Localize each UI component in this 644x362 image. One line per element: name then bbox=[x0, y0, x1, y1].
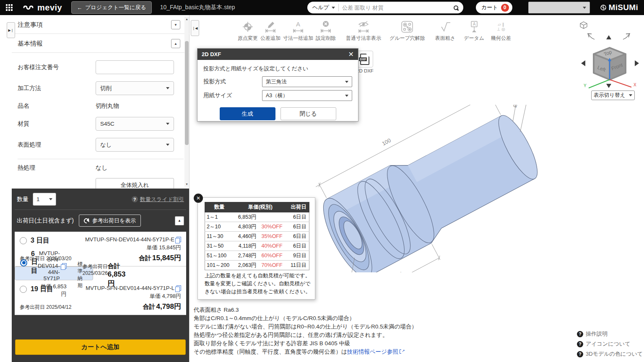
ship-option-6days[interactable]: 6 日目 MVTUP-SFN-DEV014-44N-5Y71P 単価 6,853… bbox=[15, 266, 93, 280]
dxf-file-icon: DXF bbox=[356, 51, 373, 67]
scrollbar-thumb[interactable] bbox=[185, 41, 189, 145]
basic-collapse-button[interactable]: ▲ bbox=[171, 39, 180, 48]
question-icon: ? bbox=[132, 196, 138, 202]
total-label: 合計 bbox=[108, 262, 120, 269]
panel-scrollbar[interactable]: ▲ ▼ bbox=[184, 17, 189, 187]
tool-datum[interactable]: A データム bbox=[462, 19, 486, 42]
tool-group-hole-release[interactable]: グループ穴解除 bbox=[388, 19, 426, 42]
qty-cell: 1～1 bbox=[205, 212, 234, 222]
panel-collapse-tab[interactable]: ❘◀ bbox=[191, 20, 199, 36]
ship-days: 6 日目 bbox=[31, 250, 38, 275]
ship-collapse-button[interactable]: ▲ bbox=[175, 216, 184, 225]
dxf-2d-button[interactable]: DXF 2D DXF bbox=[356, 51, 374, 75]
scroll-up-icon[interactable]: ▲ bbox=[184, 17, 189, 22]
view-cube-widget: Top Left Front Y X 表示切り替え bbox=[579, 20, 641, 116]
reference-ship-date-button[interactable]: 参考出荷日を表示 bbox=[79, 215, 141, 227]
tech-info-link[interactable]: 技術情報ページ参照 bbox=[347, 349, 398, 355]
view-cube-canvas[interactable]: Top Left Front Y X bbox=[579, 20, 641, 89]
tool-setting-delete[interactable]: 設定削除 bbox=[314, 19, 337, 42]
copy-icon[interactable] bbox=[177, 285, 181, 291]
heat-full-button[interactable]: 全体焼入れ bbox=[96, 178, 174, 189]
model-3d-viewport[interactable]: 100 42.55 Ø50 Ø30 Ø36 Ø25 bbox=[310, 105, 570, 272]
panel-expand-tab[interactable]: ▶❘ bbox=[7, 22, 15, 38]
tool-origin-change[interactable]: 原点変更 bbox=[236, 19, 259, 42]
search-input[interactable] bbox=[342, 5, 450, 11]
copy-icon[interactable] bbox=[177, 237, 181, 242]
rotate-left-arrow[interactable] bbox=[581, 60, 585, 66]
notes-collapse-button[interactable]: ▼ bbox=[171, 20, 180, 29]
tool-surface-roughness[interactable]: 表面粗さ bbox=[434, 19, 457, 42]
qty-cell: 31～50 bbox=[205, 241, 234, 251]
tooltip-close-icon[interactable]: ✕ bbox=[194, 194, 203, 203]
unit-price-value: 4,798円 bbox=[162, 293, 181, 299]
help-link-model-colors[interactable]: ? 3Dモデルの色について bbox=[577, 350, 643, 358]
section-divider bbox=[18, 159, 184, 159]
radio-button-selected[interactable] bbox=[20, 259, 27, 266]
projection-value: 第三角法 bbox=[266, 78, 287, 85]
axis-y-label: Y bbox=[584, 83, 587, 88]
rotate-up-arrow[interactable] bbox=[606, 35, 611, 39]
axis-x-label: X bbox=[634, 83, 636, 87]
scroll-down-icon[interactable]: ▼ bbox=[184, 182, 189, 187]
question-icon: ? bbox=[577, 341, 583, 347]
order-number-row: お客様注文番号 bbox=[12, 58, 190, 76]
day-cell: 11日目 bbox=[287, 261, 309, 270]
rotate-left-icon[interactable] bbox=[588, 34, 595, 39]
table-row: 2～10 4,803円 30%OFF 6日目 bbox=[205, 222, 309, 232]
help-link-icons[interactable]: ? アイコンについて bbox=[577, 340, 643, 348]
rotate-right-arrow[interactable] bbox=[635, 60, 639, 66]
tool-normal-dimension-hide[interactable]: 普通寸法非表示 bbox=[345, 19, 382, 42]
top-bar: meviy ← プロジェクト一覧に戻る 10_FAtp_basic丸物基本.st… bbox=[0, 0, 644, 15]
projection-select[interactable]: 第三角法 bbox=[262, 76, 352, 87]
method-select[interactable]: 切削 bbox=[96, 81, 174, 95]
projection-row: 投影方式 第三角法 bbox=[197, 73, 358, 87]
close-icon[interactable]: ✕ bbox=[348, 51, 354, 58]
svg-text:A: A bbox=[296, 21, 300, 28]
app-grid-menu-icon[interactable] bbox=[6, 4, 13, 11]
cart-label: カート bbox=[481, 4, 498, 11]
quantity-value: 1 bbox=[36, 196, 40, 202]
part-number: MVTUP-SFN-DEV014-44N-5Y71P-L bbox=[86, 285, 174, 291]
tool-geometric-tolerance[interactable]: ▱ ∥⊥ ◎ 幾何公差 bbox=[490, 19, 512, 42]
tool-tolerance-add[interactable]: 公差追加 bbox=[259, 19, 282, 42]
basic-section-header: 基本情報 ▲ bbox=[12, 34, 190, 53]
add-to-cart-button[interactable]: カートへ追加 bbox=[15, 339, 186, 355]
view-switch-button[interactable]: 表示切り替え bbox=[591, 90, 635, 100]
material-select[interactable]: S45C bbox=[96, 117, 174, 131]
header-dropdown[interactable] bbox=[528, 2, 590, 13]
home-view-icon[interactable] bbox=[580, 22, 587, 28]
external-link-icon bbox=[400, 349, 404, 354]
dxf-2d-label: 2D DXF bbox=[356, 68, 374, 73]
cart-button[interactable]: カート 0 bbox=[476, 2, 512, 13]
surface-select[interactable]: なし bbox=[96, 138, 174, 152]
dialog-close-button[interactable]: 閉じる bbox=[280, 107, 336, 120]
help-link-operation[interactable]: ? 操作説明 bbox=[577, 330, 643, 338]
rotate-right-icon[interactable] bbox=[623, 34, 630, 39]
note-line: 角部はC/R0.1～0.4mmの仕上がり（モデルC/R0.5未満の場合） bbox=[194, 314, 417, 323]
back-to-project-list-button[interactable]: ← プロジェクト一覧に戻る bbox=[71, 1, 151, 14]
customer-order-number-input[interactable] bbox=[96, 60, 174, 74]
ship-days: 3 日目 bbox=[31, 236, 49, 245]
search-icon[interactable] bbox=[454, 5, 458, 10]
ref-date-value: 2025/04/12 bbox=[46, 304, 71, 310]
dialog-header[interactable]: 2D DXF ✕ bbox=[197, 49, 358, 60]
help-scope-dropdown[interactable]: ヘルプ bbox=[312, 4, 335, 11]
cart-count-badge: 0 bbox=[501, 4, 509, 12]
note-line: 熱処理かつ径公差指定がある円筒隅部には、任意の逃げ溝が設定されます。 bbox=[194, 331, 417, 339]
ship-date-row: 出荷日(土日祝含まず) 参考出荷日を表示 ▲ bbox=[15, 210, 186, 231]
paper-size-select[interactable]: A3（横） bbox=[262, 90, 352, 101]
radio-button[interactable] bbox=[20, 237, 27, 244]
reference-ship-date-label: 参考出荷日を表示 bbox=[92, 217, 136, 225]
quantity-discount-link[interactable]: ? 数量スライド割引 bbox=[132, 196, 184, 203]
discount-cell: 35%OFF bbox=[260, 232, 287, 241]
rotate-down-arrow[interactable] bbox=[606, 84, 611, 88]
price-tier-tooltip: ✕ 数量 単価(税別) 出荷日 1～1 6,853円 6日目 bbox=[194, 194, 316, 300]
generate-button[interactable]: 生成 bbox=[220, 107, 275, 120]
radio-button[interactable] bbox=[20, 286, 27, 293]
quantity-select[interactable]: 1 bbox=[33, 193, 56, 206]
day-cell: 6日目 bbox=[287, 222, 309, 232]
ship-option-19days[interactable]: 19 日目 MVTUP-SFN-DEV014-44N-5Y71P-L 単価 4,… bbox=[15, 280, 186, 315]
tool-dimension-batch-add[interactable]: A 寸法一括追加 bbox=[282, 19, 314, 42]
copy-icon[interactable] bbox=[62, 263, 67, 269]
tool-label: 寸法一括追加 bbox=[283, 35, 313, 42]
